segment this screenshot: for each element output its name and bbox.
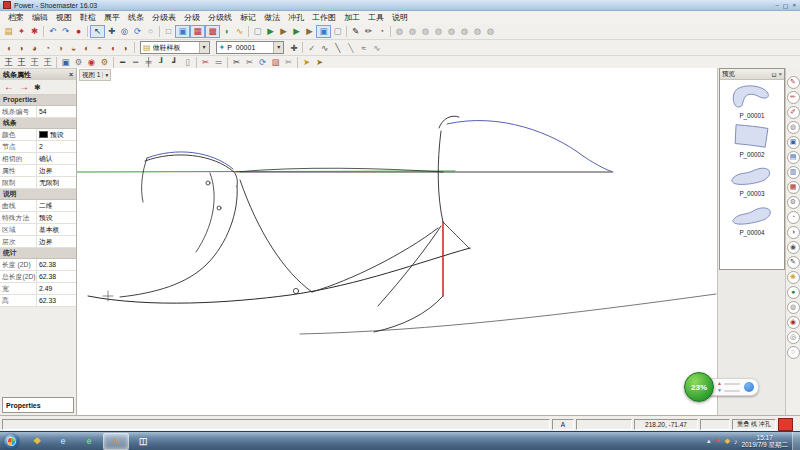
menu-item-0[interactable]: 档案 bbox=[4, 12, 28, 23]
right-tool-icon-13[interactable]: ❋ bbox=[787, 271, 800, 284]
menu-item-9[interactable]: 标记 bbox=[236, 12, 260, 23]
right-tool-icon-6[interactable]: ▥ bbox=[787, 166, 800, 179]
property-value[interactable]: 62.38 bbox=[37, 271, 76, 282]
node-marker[interactable] bbox=[217, 206, 221, 210]
menu-item-15[interactable]: 说明 bbox=[388, 12, 412, 23]
toolbar1-icon-35[interactable]: ◍ bbox=[419, 25, 432, 37]
menu-item-8[interactable]: 分级线 bbox=[204, 12, 236, 23]
curve-vamp-sweep[interactable] bbox=[240, 180, 312, 292]
right-tool-icon-12[interactable]: ✎ bbox=[787, 256, 800, 269]
right-tool-icon-7[interactable]: ▦ bbox=[787, 181, 800, 194]
menu-item-1[interactable]: 编辑 bbox=[28, 12, 52, 23]
curve-back-corner[interactable] bbox=[443, 222, 470, 249]
toolbar1-icon-27[interactable]: ▢ bbox=[331, 25, 344, 37]
right-tool-icon-2[interactable]: ✐ bbox=[787, 106, 800, 119]
curve-collar-black[interactable] bbox=[145, 155, 237, 186]
toolbar3-icon-12[interactable]: ╪ bbox=[142, 56, 155, 68]
toolbar3-icon-7[interactable]: ◉ bbox=[85, 56, 98, 68]
toolbar3-icon-26[interactable]: ➤ bbox=[300, 56, 313, 68]
menu-item-5[interactable]: 线条 bbox=[124, 12, 148, 23]
toolbar1-icon-33[interactable]: ◍ bbox=[393, 25, 406, 37]
property-value[interactable]: 预设 bbox=[37, 212, 76, 223]
menu-item-14[interactable]: 工具 bbox=[364, 12, 388, 23]
chevron-down-icon[interactable]: ▾ bbox=[102, 72, 108, 78]
property-value[interactable]: 二维 bbox=[37, 200, 76, 211]
menu-item-7[interactable]: 分级 bbox=[180, 12, 204, 23]
toolbar1-icon-24[interactable]: ▶ bbox=[290, 25, 303, 37]
toolbar3-icon-6[interactable]: ⚙ bbox=[72, 56, 85, 68]
toolbar1-icon-34[interactable]: ◍ bbox=[406, 25, 419, 37]
properties-bottom-tab[interactable]: Properties bbox=[2, 397, 74, 413]
toolbar3-icon-23[interactable]: ▨ bbox=[269, 56, 282, 68]
chevron-down-icon[interactable]: ▾ bbox=[199, 42, 209, 53]
toolbar1-icon-38[interactable]: ◍ bbox=[458, 25, 471, 37]
toolbar2-tool-icon-6[interactable]: ≈ bbox=[357, 42, 370, 54]
curve-bottom-long[interactable] bbox=[300, 294, 716, 334]
toolbar1-icon-19[interactable]: ∿ bbox=[233, 25, 246, 37]
right-tool-icon-14[interactable]: ● bbox=[787, 286, 800, 299]
tray-icon-0[interactable]: ▴ bbox=[707, 437, 711, 445]
right-tool-icon-3[interactable]: ◍ bbox=[787, 121, 800, 134]
show-desktop-button[interactable] bbox=[792, 432, 800, 450]
tray-icon-3[interactable]: ♪ bbox=[734, 438, 738, 445]
toolbar3-icon-8[interactable]: ⚙ bbox=[98, 56, 111, 68]
toolbar1-icon-25[interactable]: ▶ bbox=[303, 25, 316, 37]
toolbar1-icon-40[interactable]: ◍ bbox=[484, 25, 497, 37]
toolbar1-icon-6[interactable]: ● bbox=[72, 25, 85, 37]
right-tool-icon-11[interactable]: ◉ bbox=[787, 241, 800, 254]
toolbar1-icon-8[interactable]: ↖ bbox=[90, 25, 105, 38]
previous-line-button[interactable]: ← bbox=[4, 82, 14, 92]
curve-back-edge[interactable] bbox=[438, 131, 443, 222]
toolbar1-icon-30[interactable]: ✏ bbox=[362, 25, 375, 37]
close-button[interactable]: × bbox=[792, 2, 796, 9]
curve-topline-blue[interactable] bbox=[447, 121, 613, 172]
toolbar1-icon-18[interactable]: ◗ bbox=[220, 25, 233, 37]
taskbar-app-1[interactable]: e bbox=[51, 434, 75, 449]
right-tool-icon-5[interactable]: ▤ bbox=[787, 151, 800, 164]
toolbar1-icon-14[interactable]: □ bbox=[162, 25, 175, 37]
close-icon[interactable]: × bbox=[778, 71, 782, 78]
pin-icon[interactable]: ⊡ bbox=[771, 71, 776, 78]
toolbar1-icon-2[interactable]: ✱ bbox=[28, 25, 41, 37]
toolbar3-icon-18[interactable]: ═ bbox=[212, 56, 225, 68]
toolbar2-tool-icon-7[interactable]: ∿ bbox=[370, 42, 383, 54]
curve-quarter-front[interactable] bbox=[120, 186, 237, 297]
toolbar1-icon-11[interactable]: ⟳ bbox=[131, 25, 144, 37]
toolbar1-icon-16[interactable]: ▦ bbox=[190, 25, 205, 38]
taskbar-app-2[interactable]: e bbox=[77, 434, 101, 449]
toolbar2-tool-icon-5[interactable]: ╲ bbox=[344, 42, 357, 54]
toolbar2-last-icon-8[interactable]: ◖ bbox=[106, 42, 119, 54]
preview-thumbnail-P_00004[interactable]: P_00004 bbox=[727, 199, 777, 236]
curve-quarter-left-edge[interactable] bbox=[142, 158, 147, 202]
right-tool-icon-1[interactable]: ✏ bbox=[787, 91, 800, 104]
toolbar1-icon-1[interactable]: ✦ bbox=[15, 25, 28, 37]
color-swatch[interactable] bbox=[39, 131, 48, 138]
right-tool-icon-10[interactable]: ◑ bbox=[787, 226, 800, 239]
property-value[interactable]: 预设 bbox=[37, 129, 76, 140]
toolbar1-icon-4[interactable]: ↶ bbox=[46, 25, 59, 37]
toolbar2-last-icon-6[interactable]: ◐ bbox=[80, 42, 93, 54]
right-tool-icon-15[interactable]: ◍ bbox=[787, 301, 800, 314]
toolbar3-icon-21[interactable]: ✂ bbox=[243, 56, 256, 68]
toolbar1-icon-12[interactable]: ○ bbox=[144, 25, 157, 37]
toolbar2-last-icon-9[interactable]: ◗ bbox=[119, 42, 132, 54]
menu-item-4[interactable]: 展平 bbox=[100, 12, 124, 23]
toolbar2-tool-icon-0[interactable]: ✚ bbox=[287, 42, 300, 54]
curve-sole-left[interactable] bbox=[88, 248, 470, 303]
property-value[interactable]: 边界 bbox=[37, 165, 76, 176]
property-value[interactable]: 62.33 bbox=[37, 295, 76, 306]
toolbar1-icon-26[interactable]: ▣ bbox=[316, 25, 331, 38]
taskbar-app-3[interactable]: ∿ bbox=[103, 433, 129, 450]
toolbar1-icon-21[interactable]: ▢ bbox=[251, 25, 264, 37]
toolbar3-icon-14[interactable]: ┛ bbox=[168, 56, 181, 68]
right-tool-icon-8[interactable]: ⚙ bbox=[787, 196, 800, 209]
view-tab[interactable]: 视图 1 ▾ bbox=[79, 69, 111, 81]
next-line-button[interactable]: → bbox=[19, 82, 29, 92]
menu-item-10[interactable]: 做法 bbox=[260, 12, 284, 23]
toolbar1-icon-5[interactable]: ↷ bbox=[59, 25, 72, 37]
toolbar1-icon-15[interactable]: ▣ bbox=[175, 25, 190, 38]
preview-thumbnail-P_00001[interactable]: P_00001 bbox=[727, 82, 777, 119]
curve-quarter-inner[interactable] bbox=[196, 173, 214, 252]
toolbar3-icon-24[interactable]: ✂ bbox=[282, 56, 295, 68]
taskbar-app-0[interactable]: ❖ bbox=[25, 434, 49, 449]
